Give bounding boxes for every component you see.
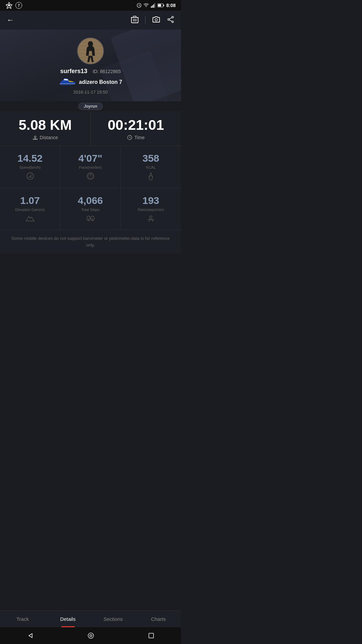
cadence-stat: 193 Rate(steps/min) <box>121 188 181 230</box>
speed-label: Speed(km/h) <box>19 165 41 169</box>
svg-point-20 <box>168 19 170 20</box>
delete-icon <box>131 15 138 23</box>
mountain-icon <box>25 214 35 223</box>
distance-label-row: Distance <box>33 135 58 140</box>
elevation-label: Elevation Gain(m) <box>15 208 45 212</box>
nav-actions <box>131 15 174 25</box>
svg-point-40 <box>29 176 31 177</box>
wifi-icon <box>143 3 149 8</box>
svg-point-31 <box>34 136 36 138</box>
nav-divider <box>145 16 145 24</box>
share-icon <box>167 16 174 23</box>
svg-rect-5 <box>151 6 152 8</box>
svg-point-32 <box>33 139 34 140</box>
svg-line-21 <box>169 17 172 19</box>
kcal-value: 358 <box>142 153 159 164</box>
pace-stat: 4'07" Pace(min/km) <box>60 146 121 188</box>
avatar <box>77 38 104 64</box>
joyrun-badge: Joyrun <box>78 103 103 110</box>
time-label-row: Time <box>127 135 145 140</box>
steps-label: Total Steps <box>81 208 99 212</box>
steps-value: 4,066 <box>78 195 103 206</box>
top-navigation: ← <box>0 11 181 30</box>
svg-line-4 <box>139 5 140 6</box>
battery-icon <box>158 3 164 7</box>
profile-header: surfers13 ID: 86122865 adizero Boston 7 … <box>0 30 181 101</box>
status-bar: 7 8:08 <box>0 0 181 11</box>
time-label: Time <box>134 135 145 140</box>
signal-icon <box>151 3 156 8</box>
status-left: 7 <box>5 2 22 9</box>
distance-icon <box>33 135 38 140</box>
user-info: surfers13 ID: 86122865 <box>60 68 121 75</box>
time-stat: 00:21:01 Time <box>91 111 181 146</box>
distance-value: 5.08 KM <box>18 118 72 132</box>
cadence-icon <box>146 214 156 224</box>
svg-rect-7 <box>153 4 154 8</box>
kcal-label: KCAL <box>146 165 156 169</box>
share-button[interactable] <box>167 16 174 24</box>
shoe-name: adizero Boston 7 <box>79 79 122 85</box>
time-icon <box>127 135 132 140</box>
user-id: ID: 86122865 <box>93 69 121 74</box>
elevation-value: 1.07 <box>20 195 40 206</box>
status-right: 8:08 <box>137 3 176 8</box>
svg-rect-11 <box>158 4 161 7</box>
disclaimer: Some mobile devices do not support barom… <box>0 230 181 254</box>
time-value: 00:21:01 <box>108 118 164 132</box>
cadence-label: Rate(steps/min) <box>138 208 164 212</box>
svg-line-22 <box>169 20 172 21</box>
distance-stat: 5.08 KM Distance <box>0 111 91 146</box>
pace-icon <box>86 172 95 182</box>
svg-rect-10 <box>163 5 164 6</box>
avatar-silhouette <box>78 38 103 64</box>
shoe-info: adizero Boston 7 <box>59 77 122 87</box>
steps-stat: 4,066 Total Steps <box>60 188 121 230</box>
elevation-stat: 1.07 Elevation Gain(m) <box>0 188 60 230</box>
username: surfers13 <box>60 68 87 75</box>
pace-label: Pace(min/km) <box>79 165 102 169</box>
kcal-stat: 358 KCAL <box>121 146 181 188</box>
distance-label: Distance <box>40 135 58 140</box>
speedometer-icon <box>26 172 34 182</box>
svg-point-17 <box>155 19 158 21</box>
cadence-value: 193 <box>142 195 159 206</box>
back-button[interactable]: ← <box>7 16 14 24</box>
fenix-icon <box>5 2 13 9</box>
speed-value: 14.52 <box>17 153 43 164</box>
camera-icon <box>152 16 160 23</box>
svg-point-18 <box>172 16 174 18</box>
shoe-icon <box>59 77 76 87</box>
run-date: 2018-11-17 19:50 <box>73 90 108 95</box>
clock-status-icon <box>137 3 141 8</box>
svg-rect-6 <box>152 5 153 8</box>
secondary-stats-grid: 14.52 Speed(km/h) 4'07" Pace(min/km) 358… <box>0 146 181 230</box>
status-time: 8:08 <box>166 3 176 8</box>
joyrun-divider: Joyrun <box>0 101 181 111</box>
badge-7-icon: 7 <box>15 2 22 9</box>
camera-button[interactable] <box>152 16 160 24</box>
main-stats: 5.08 KM Distance 00:21:01 Time <box>0 111 181 146</box>
svg-point-19 <box>172 21 174 23</box>
speed-stat: 14.52 Speed(km/h) <box>0 146 60 188</box>
pace-value: 4'07" <box>78 153 102 164</box>
svg-point-1 <box>8 4 10 6</box>
steps-icon <box>86 214 95 224</box>
svg-line-37 <box>130 138 131 138</box>
svg-rect-8 <box>154 3 155 8</box>
delete-button[interactable] <box>131 15 138 25</box>
disclaimer-text: Some mobile devices do not support barom… <box>11 236 170 248</box>
svg-point-33 <box>36 139 37 140</box>
svg-point-48 <box>150 216 152 218</box>
flame-icon <box>147 172 155 182</box>
